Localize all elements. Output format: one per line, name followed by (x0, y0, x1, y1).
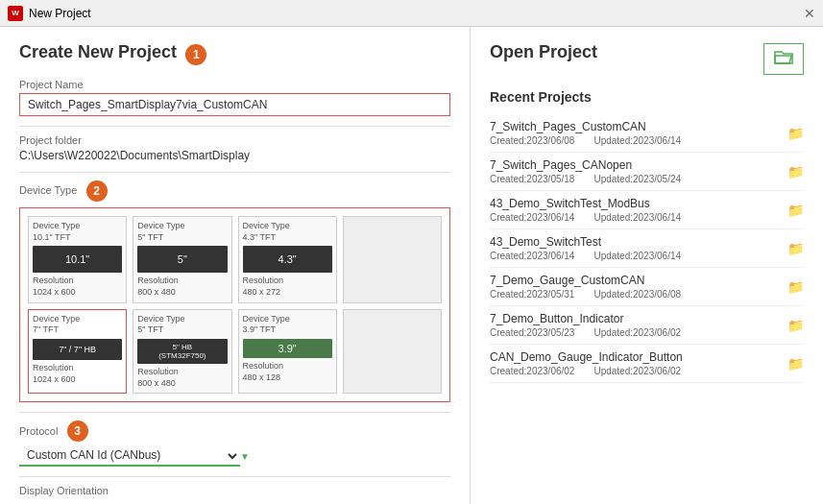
project-info: 7_Demo_Button_Indicator Created:2023/05/… (490, 312, 780, 338)
open-project-title: Open Project (490, 42, 597, 62)
device-card-43[interactable]: Device Type4.3" TFT 4.3" Resolution480 x… (238, 216, 337, 303)
project-created: Created:2023/06/14 (490, 251, 574, 261)
device-card-101[interactable]: Device Type10.1" TFT 10.1" Resolution102… (28, 216, 127, 303)
project-name-label: Project Name (19, 79, 450, 90)
project-folder-icon[interactable]: 📁 (787, 164, 804, 180)
device-card-7[interactable]: Device Type7" TFT 7" / 7" HB Resolution1… (28, 309, 127, 395)
device-type-label: Device Type (19, 184, 77, 196)
protocol-label: Protocol (19, 425, 58, 437)
project-created: Created:2023/05/18 (490, 174, 574, 184)
close-button[interactable]: ✕ (804, 6, 815, 21)
project-folder-icon[interactable]: 📁 (787, 279, 804, 295)
project-name-field[interactable]: Switch_Pages_SmartDisplay7via_CustomCAN (19, 93, 450, 116)
project-name: 7_Demo_Button_Indicator (490, 312, 780, 325)
project-name: 7_Switch_Pages_CustomCAN (490, 120, 780, 133)
device-card-5[interactable]: Device Type5" TFT 5" Resolution800 x 480 (133, 216, 231, 303)
project-folder-value: C:\Users\W220022\Documents\SmartDisplay (19, 149, 450, 162)
project-list-item[interactable]: CAN_Demo_Gauge_Indicator_Button Created:… (490, 345, 804, 383)
device-card-empty1 (343, 216, 442, 303)
project-name: 7_Switch_Pages_CANopen (490, 158, 780, 172)
project-info: 7_Switch_Pages_CustomCAN Created:2023/06… (490, 120, 780, 146)
project-updated: Updated:2023/06/14 (593, 212, 681, 223)
project-created: Created:2023/05/23 (490, 327, 574, 338)
project-list-item[interactable]: 7_Demo_Button_Indicator Created:2023/05/… (490, 306, 804, 345)
recent-projects-title: Recent Projects (490, 89, 804, 105)
project-folder-icon[interactable]: 📁 (787, 318, 804, 333)
folder-open-icon (774, 50, 793, 65)
project-updated: Updated:2023/06/02 (593, 327, 681, 338)
project-folder-icon[interactable]: 📁 (787, 356, 804, 372)
project-folder-icon[interactable]: 📁 (787, 126, 804, 141)
recent-projects-list: 7_Switch_Pages_CustomCAN Created:2023/06… (490, 114, 804, 383)
right-panel: Open Project Recent Projects 7_Switch_Pa… (471, 27, 823, 504)
left-panel: Create New Project 1 Project Name Switch… (0, 27, 471, 504)
project-folder-label: Project folder (19, 134, 450, 146)
project-created: Created:2023/05/31 (490, 289, 574, 300)
project-updated: Updated:2023/06/14 (593, 135, 681, 146)
project-updated: Updated:2023/06/02 (593, 366, 681, 376)
badge-1: 1 (185, 44, 206, 65)
device-type-grid: Device Type10.1" TFT 10.1" Resolution102… (19, 207, 450, 403)
device-card-39[interactable]: Device Type3.9" TFT 3.9" Resolution480 x… (238, 309, 337, 395)
project-list-item[interactable]: 7_Demo_Gauge_CustomCAN Created:2023/05/3… (490, 268, 804, 306)
project-updated: Updated:2023/06/14 (593, 251, 681, 261)
main-container: Create New Project 1 Project Name Switch… (0, 27, 823, 504)
create-project-title: Create New Project (19, 42, 177, 61)
orientation-dropdown[interactable]: Landscape (19, 499, 173, 504)
project-updated: Updated:2023/06/08 (593, 289, 681, 300)
project-created: Created:2023/06/14 (490, 212, 574, 223)
project-folder-icon[interactable]: 📁 (787, 241, 804, 256)
app-icon: W (8, 6, 23, 21)
protocol-dropdown-arrow: ▼ (240, 451, 250, 462)
project-list-item[interactable]: 43_Demo_SwitchTest Created:2023/06/14 Up… (490, 229, 804, 268)
project-name: 43_Demo_SwitchTest (490, 235, 780, 249)
project-list-item[interactable]: 7_Switch_Pages_CustomCAN Created:2023/06… (490, 114, 804, 153)
project-created: Created:2023/06/02 (490, 366, 574, 376)
open-project-button[interactable] (763, 43, 804, 75)
project-updated: Updated:2023/05/24 (593, 174, 681, 184)
project-created: Created:2023/06/08 (490, 135, 574, 146)
project-info: 7_Switch_Pages_CANopen Created:2023/05/1… (490, 158, 780, 184)
project-name: 7_Demo_Gauge_CustomCAN (490, 274, 780, 287)
project-name: CAN_Demo_Gauge_Indicator_Button (490, 350, 780, 364)
project-info: 43_Demo_SwitchTest Created:2023/06/14 Up… (490, 235, 780, 261)
device-card-5hb[interactable]: Device Type5" TFT 5" HB(STM32F750) Resol… (133, 309, 231, 395)
project-info: 43_Demo_SwitchTest_ModBus Created:2023/0… (490, 197, 780, 223)
project-name: 43_Demo_SwitchTest_ModBus (490, 197, 780, 210)
orientation-label: Display Orientation (19, 485, 450, 496)
project-list-item[interactable]: 7_Switch_Pages_CANopen Created:2023/05/1… (490, 153, 804, 191)
project-folder-icon[interactable]: 📁 (787, 203, 804, 218)
project-info: 7_Demo_Gauge_CustomCAN Created:2023/05/3… (490, 274, 780, 300)
window-title: New Project (29, 7, 91, 20)
title-bar: W New Project ✕ (0, 0, 823, 27)
open-project-header: Open Project (490, 42, 804, 76)
device-card-empty2 (343, 309, 442, 395)
project-info: CAN_Demo_Gauge_Indicator_Button Created:… (490, 350, 780, 376)
project-list-item[interactable]: 43_Demo_SwitchTest_ModBus Created:2023/0… (490, 191, 804, 229)
badge-2: 2 (86, 180, 108, 202)
badge-3: 3 (67, 420, 88, 442)
protocol-dropdown[interactable]: Custom CAN Id (CANbus) (19, 445, 240, 467)
